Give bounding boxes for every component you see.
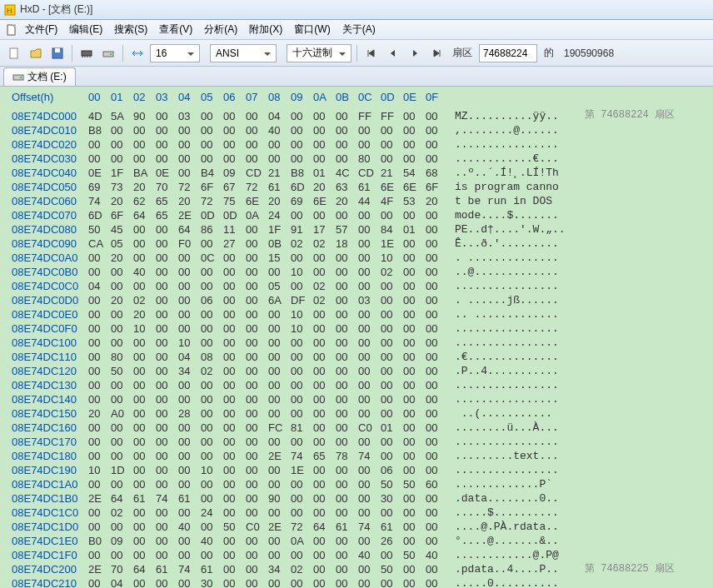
data-row[interactable]: 08E74DC08050450000648611001F911757008401… (0, 222, 713, 237)
menu-extras[interactable]: 附加(X) (244, 21, 287, 38)
ascii-cell[interactable]: ............@.P@ (455, 548, 580, 562)
next-button[interactable] (406, 44, 424, 62)
file-tab[interactable]: 文档 (E:) (3, 67, 76, 86)
last-button[interactable] (427, 44, 446, 62)
hex-cell[interactable]: 00001000000000000010000000000000 (88, 321, 455, 336)
data-row[interactable]: 08E74DC170000000000000000000000000000000… (0, 435, 713, 449)
ascii-cell[interactable]: .............P` (455, 477, 580, 491)
hex-cell[interactable]: 50450000648611001F91175700840100 (88, 222, 455, 237)
ascii-cell[interactable]: .P..4........... (455, 364, 580, 378)
ascii-cell[interactable]: ,........@...... (455, 123, 580, 137)
ascii-cell[interactable]: . .............. (455, 251, 580, 265)
new-button[interactable] (5, 44, 23, 62)
ascii-cell[interactable]: ................ (455, 435, 580, 449)
hex-cell[interactable]: B009000000400000000A000000260000 (88, 534, 455, 548)
hex-cell[interactable]: 00000000000000000000000040005040 (88, 548, 455, 562)
hex-cell[interactable]: 00000000400050C02E72646174610000 (88, 520, 455, 534)
menu-file[interactable]: 文件(F) (20, 21, 62, 38)
data-row[interactable]: 08E74DC1C0000200000024000000000000000000… (0, 506, 713, 520)
ascii-cell[interactable]: .data........0.. (455, 491, 580, 506)
hex-cell[interactable]: 00500000340200000000000000000000 (88, 364, 455, 378)
data-row[interactable]: 08E74DC0400E1FBA0E00B409CD21B8014CCD2154… (0, 166, 713, 180)
open-button[interactable] (27, 44, 45, 62)
hex-cell[interactable]: 0000000000000000FC810000C0010000 (88, 421, 455, 435)
hex-cell[interactable]: 00200200000600006ADF020003000000 (88, 293, 455, 307)
base-dropdown[interactable]: 十六进制 (287, 44, 352, 62)
hex-cell[interactable]: 00000000000000000000000000000000 (88, 137, 455, 152)
hex-cell[interactable]: 00004000000000000010000000020000 (88, 265, 455, 279)
hex-cell[interactable]: 00800000040800000000000000000000 (88, 350, 455, 364)
ascii-cell[interactable]: is program canno (455, 180, 580, 194)
data-row[interactable]: 08E74DC1E0B009000000400000000A0000002600… (0, 534, 713, 548)
ascii-cell[interactable]: ........ü...À... (455, 421, 580, 435)
ascii-cell[interactable]: ..@............. (455, 265, 580, 279)
data-row[interactable]: 08E74DC110008000000408000000000000000000… (0, 350, 713, 364)
ascii-cell[interactable]: .....$.......... (455, 506, 580, 520)
data-row[interactable]: 08E74DC1A0000000000000000000000000005050… (0, 477, 713, 491)
hex-cell[interactable]: 00000000000000000000000000505060 (88, 477, 455, 491)
hex-cell[interactable]: 101D000000100000001E000000060000 (88, 463, 455, 477)
menu-help[interactable]: 关于(A) (337, 21, 381, 38)
ascii-cell[interactable]: ............€... (455, 152, 580, 166)
data-row[interactable]: 08E74DC0706D6F64652E0D0D0A24000000000000… (0, 208, 713, 222)
data-row[interactable]: 08E74DC030000000000000000000000000800000… (0, 152, 713, 166)
hex-cell[interactable]: 2E646174610000009000000000300000 (88, 491, 455, 506)
menu-window[interactable]: 窗口(W) (289, 21, 335, 38)
data-row[interactable]: 08E74DC1600000000000000000FC810000C00100… (0, 421, 713, 435)
ascii-cell[interactable]: ................ (455, 321, 580, 336)
ascii-cell[interactable]: t be run in DOS (455, 194, 580, 208)
ascii-cell[interactable]: .€.............. (455, 350, 580, 364)
data-row[interactable]: 08E74DC1D000000000400050C02E726461746100… (0, 520, 713, 534)
menu-edit[interactable]: 编辑(E) (64, 21, 107, 38)
data-row[interactable]: 08E74DC140000000000000000000000000000000… (0, 392, 713, 406)
ascii-cell[interactable]: MZ..........ÿÿ.. (455, 109, 580, 123)
ascii-cell[interactable]: ................ (455, 336, 580, 350)
data-row[interactable]: 08E74DC18000000000000000002E746578740000… (0, 449, 713, 463)
hex-cell[interactable]: 00000000000000000000000080000000 (88, 152, 455, 166)
data-row[interactable]: 08E74DC0C0040000000000000005000200000000… (0, 279, 713, 293)
ascii-cell[interactable]: ....@.PÀ.rdata.. (455, 520, 580, 534)
data-row[interactable]: 08E74DC190101D000000100000001E0000000600… (0, 463, 713, 477)
ascii-cell[interactable]: .pdata..4....P.. (455, 562, 580, 576)
hex-cell[interactable]: 69732070726F6772616D2063616E6E6F (88, 180, 455, 194)
hex-cell[interactable]: CA050000F00027000B020218001E0000 (88, 237, 455, 251)
hex-cell[interactable]: 04000000000000000500020000000000 (88, 279, 455, 293)
data-row[interactable]: 08E74DC0E0000020000000000000100000000000… (0, 307, 713, 321)
hex-cell[interactable]: 00200000000C00001500000000100000 (88, 251, 455, 265)
ram-button[interactable] (77, 44, 96, 62)
disk-button[interactable] (99, 44, 117, 62)
data-row[interactable]: 08E74DC0B0000040000000000000100000000200… (0, 265, 713, 279)
hex-cell[interactable]: 00000000100000000000000000000000 (88, 336, 455, 350)
data-row[interactable]: 08E74DC0A000200000000C000015000000001000… (0, 251, 713, 265)
hex-cell[interactable]: 6D6F64652E0D0D0A2400000000000000 (88, 208, 455, 222)
hex-cell[interactable]: 20A00000280000000000000000000000 (88, 406, 455, 421)
ascii-cell[interactable]: ................ (455, 279, 580, 293)
menu-view[interactable]: 查看(V) (154, 21, 197, 38)
data-row[interactable]: 08E74DC1F0000000000000000000000000400050… (0, 548, 713, 562)
hex-cell[interactable]: 4D5A90000300000004000000FFFF0000 (88, 109, 455, 123)
ascii-cell[interactable]: ..º..´.Í!¸.LÍ!Th (455, 166, 580, 180)
ascii-cell[interactable]: PE..d†....'.W.„.. (455, 222, 580, 237)
ascii-cell[interactable]: Ê...ð.'......... (455, 237, 580, 251)
data-row[interactable]: 08E74DC100000000001000000000000000000000… (0, 336, 713, 350)
hex-cell[interactable]: 00000000000000002E74657874000000 (88, 449, 455, 463)
ascii-cell[interactable]: .........text... (455, 449, 580, 463)
hex-cell[interactable]: 742062652072756E20696E20444F5320 (88, 194, 455, 208)
data-row[interactable]: 08E74DC1B02E6461746100000090000000003000… (0, 491, 713, 506)
hex-cell[interactable]: B8000000000000004000000000000000 (88, 123, 455, 137)
menu-search[interactable]: 搜索(S) (109, 21, 152, 38)
data-row[interactable]: 08E74DC010B80000000000000040000000000000… (0, 123, 713, 137)
first-button[interactable] (362, 44, 381, 62)
ascii-cell[interactable]: .....0.......... (455, 576, 580, 588)
ascii-cell[interactable]: ................ (455, 137, 580, 152)
data-row[interactable]: 08E74DC0D000200200000600006ADF0200030000… (0, 293, 713, 307)
data-row[interactable]: 08E74DC120005000003402000000000000000000… (0, 364, 713, 378)
ascii-cell[interactable]: mode....$....... (455, 208, 580, 222)
menu-analysis[interactable]: 分析(A) (199, 21, 242, 38)
hex-cell[interactable]: 00002000000000000010000000000000 (88, 307, 455, 321)
ascii-cell[interactable]: °....@.......&.. (455, 534, 580, 548)
save-button[interactable] (48, 44, 67, 62)
ascii-cell[interactable]: . ......jß...... (455, 293, 580, 307)
hex-cell[interactable]: 00040000003000000000000000000000 (88, 576, 455, 588)
data-row[interactable]: 08E74DC15020A000002800000000000000000000… (0, 406, 713, 421)
